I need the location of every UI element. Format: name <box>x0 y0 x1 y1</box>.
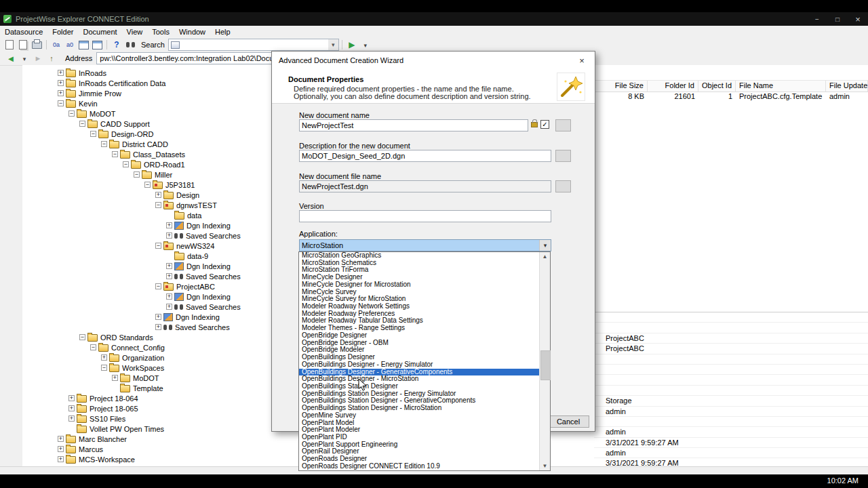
dropdown-option[interactable]: MineCycle Survey <box>299 289 540 296</box>
expand-icon[interactable]: + <box>166 304 172 310</box>
menu-datasource[interactable]: Datasource <box>0 26 47 38</box>
expand-icon[interactable]: + <box>58 80 64 86</box>
dropdown-option[interactable]: OpenPlant PID <box>299 434 540 441</box>
application-select[interactable]: MicroStation <box>299 239 551 251</box>
expand-icon[interactable]: + <box>68 405 75 411</box>
expand-icon[interactable]: + <box>58 456 64 462</box>
expand-icon[interactable]: + <box>68 395 75 401</box>
dropdown-option[interactable]: OpenBridge Designer - OBM <box>299 340 540 347</box>
dropdown-option[interactable]: Modeler Themes - Range Settings <box>299 325 540 332</box>
menu-help[interactable]: Help <box>210 26 235 38</box>
cancel-button[interactable]: Cancel <box>547 415 589 428</box>
expand-icon[interactable]: + <box>68 415 75 422</box>
dropdown-option[interactable]: OpenBuildings Designer - MicroStation <box>299 375 540 383</box>
print-button[interactable] <box>30 39 43 51</box>
expand-icon[interactable]: + <box>58 436 64 442</box>
dropdown-option[interactable]: Modeler Roadway Preferences <box>299 310 540 318</box>
menu-view[interactable]: View <box>122 26 148 38</box>
collapse-icon[interactable]: − <box>155 202 161 208</box>
dropdown-option[interactable]: MicroStation Schematics <box>299 260 540 267</box>
menu-window[interactable]: Window <box>174 26 210 38</box>
new-document-name-input[interactable] <box>299 119 528 131</box>
search-combobox[interactable]: ▾ <box>168 39 339 51</box>
column-header-file-updated[interactable]: File Updated <box>826 81 868 92</box>
scroll-down-icon[interactable] <box>540 462 550 470</box>
expand-icon[interactable]: + <box>58 446 64 452</box>
expand-icon[interactable]: + <box>155 192 161 198</box>
expand-icon[interactable]: + <box>166 232 172 239</box>
expand-icon[interactable]: + <box>101 354 107 361</box>
expand-icon[interactable]: + <box>58 90 64 96</box>
menu-tools[interactable]: Tools <box>147 26 174 38</box>
collapse-icon[interactable]: − <box>112 151 118 157</box>
collapse-icon[interactable]: − <box>144 182 151 188</box>
document-list-row[interactable]: 8 KB216011ProjectABC.cfg.Templateadmin <box>594 92 868 102</box>
dropdown-option[interactable]: OpenPlant Modeler <box>299 426 540 434</box>
dropdown-option[interactable]: OpenBuildings Designer - GenerativeCompo… <box>299 369 540 376</box>
dropdown-option[interactable]: MicroStation GeoGraphics <box>299 252 540 260</box>
collapse-icon[interactable]: − <box>58 100 64 106</box>
collapse-icon[interactable]: − <box>68 110 75 117</box>
help-button[interactable] <box>110 39 123 51</box>
column-header-folder-id[interactable]: Folder Id <box>648 81 698 92</box>
sort-descending-button[interactable]: a0 <box>63 39 77 51</box>
dropdown-option[interactable]: OpenRoads Designer CONNECT Edition 10.9 <box>299 463 540 470</box>
back-history-button[interactable] <box>18 52 31 64</box>
collapse-icon[interactable]: − <box>90 344 96 350</box>
expand-icon[interactable]: + <box>166 273 172 279</box>
expand-icon[interactable]: + <box>166 263 172 269</box>
dropdown-option[interactable]: OpenBridge Designer <box>299 332 540 340</box>
copy-document-button[interactable] <box>16 39 30 51</box>
file-name-browse-button[interactable] <box>555 180 571 192</box>
scrollbar-thumb[interactable] <box>540 350 551 380</box>
dropdown-option[interactable]: OpenRail Designer <box>299 448 540 455</box>
run-search-button[interactable] <box>345 39 359 51</box>
dropdown-option[interactable]: MicroStation TriForma <box>299 266 540 274</box>
menu-document[interactable]: Document <box>78 26 121 38</box>
dropdown-option[interactable]: OpenBridge Modeler <box>299 346 540 354</box>
menu-folder[interactable]: Folder <box>47 26 78 38</box>
dropdown-option[interactable]: OpenPlant Model <box>299 420 540 427</box>
collapse-icon[interactable]: − <box>79 334 85 340</box>
scroll-up-icon[interactable] <box>540 252 550 261</box>
collapse-icon[interactable]: − <box>155 243 161 249</box>
chevron-down-icon[interactable] <box>539 240 551 251</box>
collapse-icon[interactable]: − <box>123 161 129 167</box>
collapse-icon[interactable]: − <box>79 121 85 127</box>
expand-icon[interactable]: + <box>155 324 161 330</box>
collapse-icon[interactable]: − <box>101 365 107 371</box>
search-button[interactable] <box>123 39 137 51</box>
expand-icon[interactable]: + <box>112 375 118 381</box>
dropdown-option[interactable]: OpenBuildings Station Designer <box>299 383 540 390</box>
minimize-button[interactable] <box>807 12 827 26</box>
name-checkbox[interactable] <box>540 120 549 129</box>
dropdown-option[interactable]: OpenBuildings Station Designer - Generat… <box>299 397 540 405</box>
dropdown-option[interactable]: OpenPlant Support Engineering <box>299 441 540 449</box>
table-view-button[interactable] <box>90 39 104 51</box>
column-header-object-id[interactable]: Object Id <box>698 81 736 92</box>
dialog-titlebar[interactable]: Advanced Document Creation Wizard <box>272 52 595 69</box>
dropdown-option[interactable]: OpenBuildings Designer <box>299 354 540 361</box>
dropdown-option[interactable]: OpenBuildings Station Designer - MicroSt… <box>299 405 540 412</box>
sort-ascending-button[interactable]: 0a <box>50 39 63 51</box>
dropdown-option[interactable]: MineCycle Designer <box>299 274 540 281</box>
description-browse-button[interactable] <box>555 150 571 162</box>
expand-icon[interactable]: + <box>166 222 172 228</box>
dropdown-scrollbar[interactable] <box>539 252 550 470</box>
dialog-close-button[interactable] <box>576 56 588 66</box>
expand-icon[interactable]: + <box>155 314 161 320</box>
dropdown-option[interactable]: OpenBuildings Designer - Energy Simulato… <box>299 361 540 369</box>
column-header-file-name[interactable]: File Name <box>736 81 826 92</box>
collapse-icon[interactable]: − <box>101 141 107 147</box>
dropdown-option[interactable]: Modeler Roadway Network Settings <box>299 303 540 310</box>
version-input[interactable] <box>299 210 551 222</box>
dropdown-option[interactable]: MineCycle Survey for MicroStation <box>299 296 540 303</box>
name-browse-button[interactable] <box>555 119 571 131</box>
expand-icon[interactable]: + <box>166 293 172 300</box>
dropdown-option[interactable]: MineCycle Designer for Microstation <box>299 281 540 289</box>
column-header-file-size[interactable]: File Size <box>594 81 648 92</box>
grid-view-button[interactable] <box>77 39 90 51</box>
expand-icon[interactable]: + <box>58 70 64 76</box>
maximize-button[interactable] <box>827 12 848 26</box>
collapse-icon[interactable]: − <box>155 283 161 289</box>
